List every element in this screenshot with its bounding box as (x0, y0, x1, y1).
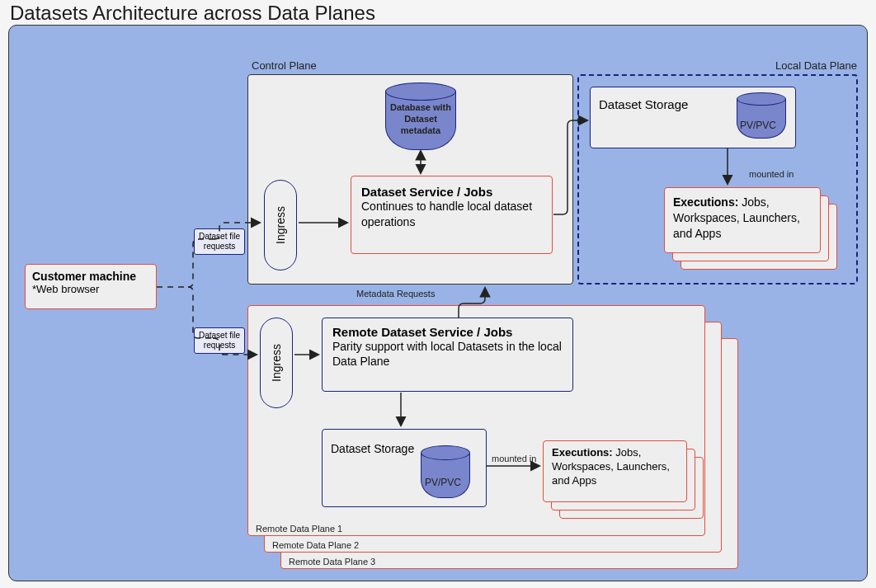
remote-service-title: Remote Dataset Service / Jobs (332, 325, 563, 339)
remote-plane-label-1: Remote Data Plane 1 (256, 524, 342, 534)
remote-plane-label-3: Remote Data Plane 3 (289, 557, 375, 567)
local-disk-label: PV/PVC (740, 120, 776, 131)
remote-disk-top (421, 445, 470, 460)
customer-machine-box: Customer machine *Web browser (25, 264, 157, 309)
request-label-bottom: Dataset file requests (194, 327, 245, 354)
db-cylinder-top (385, 82, 456, 101)
remote-storage-label: Dataset Storage (331, 442, 414, 455)
db-label: Database with Dataset metadata (389, 102, 453, 136)
request-label-top: Dataset file requests (194, 228, 245, 255)
remote-disk-label: PV/PVC (425, 477, 461, 488)
local-mounted-label: mounted in (749, 169, 794, 179)
customer-title: Customer machine (32, 270, 149, 283)
control-ingress: Ingress (264, 180, 297, 270)
remote-exec-title: Executions: (552, 446, 613, 459)
remote-ingress: Ingress (260, 318, 293, 408)
diagram-title: Datasets Architecture across Data Planes (10, 2, 375, 25)
remote-service-sub: Parity support with local Datasets in th… (332, 339, 563, 369)
remote-plane-label-2: Remote Data Plane 2 (272, 540, 359, 550)
remote-exec-box: Executions: Jobs, Workspaces, Launchers,… (543, 440, 687, 502)
remote-ingress-label: Ingress (270, 344, 283, 382)
local-disk-top (737, 92, 786, 106)
metadata-requests-label: Metadata Requests (356, 289, 435, 299)
local-storage-label: Dataset Storage (599, 97, 688, 111)
local-data-plane-label: Local Data Plane (775, 59, 857, 72)
dataset-service-title: Dataset Service / Jobs (361, 185, 542, 199)
local-exec-box: Executions: Jobs, Workspaces, Launchers,… (664, 187, 821, 253)
control-ingress-label: Ingress (274, 206, 287, 244)
remote-mounted-label: mounted in (492, 454, 536, 463)
dataset-service-box: Dataset Service / Jobs Continues to hand… (351, 176, 553, 254)
local-exec-title: Executions: (673, 195, 738, 209)
dataset-service-sub: Continues to handle local dataset operat… (361, 199, 542, 230)
remote-service-box: Remote Dataset Service / Jobs Parity sup… (322, 318, 573, 392)
customer-sub: *Web browser (32, 283, 149, 295)
control-plane-label: Control Plane (252, 59, 317, 72)
